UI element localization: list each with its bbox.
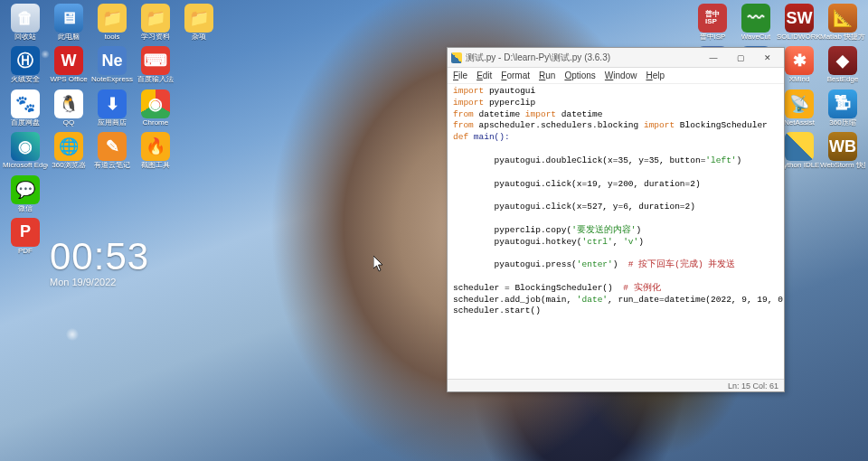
idle-editor-window[interactable]: 测试.py - D:\learn-Py\测试.py (3.6.3) — ▢ ✕ … (447, 47, 785, 392)
minimize-button[interactable]: — (701, 50, 726, 66)
webstorm-icon: WB (828, 132, 857, 161)
app-store-icon: ⬇ (98, 89, 127, 118)
menu-run[interactable]: Run (539, 71, 555, 80)
netassist-label: NetAssist (784, 119, 815, 127)
folder-misc-icon: 📁 (184, 4, 213, 33)
screenshot-label: 截图工具 (141, 162, 170, 169)
screenshot[interactable]: 🔥截图工具 (135, 132, 176, 169)
chrome[interactable]: ◉Chrome (135, 89, 176, 127)
input-method[interactable]: ⌨百度输入法 (135, 46, 176, 83)
xmind-label: XMind (789, 76, 810, 83)
this-pc-icon: 🖥 (54, 4, 83, 33)
menu-window[interactable]: Window (605, 71, 637, 80)
input-method-label: 百度输入法 (137, 76, 174, 83)
app-store[interactable]: ⬇应用商店 (91, 89, 133, 127)
qq[interactable]: 🐧QQ (48, 89, 90, 127)
wechat-icon: 💬 (11, 175, 40, 204)
huorong-icon: Ⓗ (11, 46, 40, 75)
huorong[interactable]: Ⓗ火绒安全 (5, 46, 46, 83)
wavecut-label: WaveCut (741, 33, 771, 41)
menu-file[interactable]: File (453, 71, 467, 80)
clock-date: Mon 19/9/2022 (50, 277, 149, 287)
folder-tools[interactable]: 📁tools (91, 4, 133, 41)
wechat-label: 微信 (18, 205, 33, 212)
folder-learn-icon: 📁 (141, 4, 170, 33)
maximize-button[interactable]: ▢ (728, 50, 753, 66)
recycle-bin-icon: 🗑 (11, 4, 40, 33)
folder-learn[interactable]: 📁学习资料 (135, 4, 176, 41)
netassist-icon: 📡 (785, 89, 814, 118)
solidworks[interactable]: SWSOLIDWORKS 2019 (778, 4, 820, 41)
menubar[interactable]: File Edit Format Run Options Window Help (448, 68, 784, 84)
screenshot-icon: 🔥 (141, 132, 170, 161)
menu-options[interactable]: Options (564, 71, 595, 80)
input-method-icon: ⌨ (141, 46, 170, 75)
isp-icon: 普中 ISP (698, 4, 727, 33)
360zip[interactable]: 🗜360压缩 (822, 89, 863, 127)
matlab[interactable]: 📐Matlab 快捷方式 (822, 4, 863, 41)
wps[interactable]: WWPS Office (48, 46, 90, 83)
folder-misc[interactable]: 📁杂项 (178, 4, 220, 41)
webstorm-label: WebStorm 快捷方式 (820, 162, 865, 169)
edge-icon: ◉ (11, 132, 40, 161)
window-title: 测试.py - D:\learn-Py\测试.py (3.6.3) (466, 52, 701, 64)
huorong-label: 火绒安全 (11, 76, 40, 83)
menu-format[interactable]: Format (501, 71, 530, 80)
recycle-bin[interactable]: 🗑回收站 (5, 4, 46, 41)
window-titlebar[interactable]: 测试.py - D:\learn-Py\测试.py (3.6.3) — ▢ ✕ (448, 48, 784, 68)
qq-icon: 🐧 (54, 89, 83, 118)
recycle-bin-label: 回收站 (14, 33, 36, 41)
folder-learn-label: 学习资料 (141, 33, 170, 41)
youdao[interactable]: ✎有道云笔记 (91, 132, 133, 169)
folder-tools-icon: 📁 (98, 4, 127, 33)
isp-label: 普中ISP (700, 33, 726, 41)
noteexpress-label: NoteExpress (91, 76, 133, 83)
360browser[interactable]: 🌐360浏览器 (48, 132, 90, 169)
wechat[interactable]: 💬微信 (5, 175, 46, 212)
qq-label: QQ (63, 119, 74, 127)
wps-label: WPS Office (50, 76, 87, 83)
webstorm[interactable]: WBWebStorm 快捷方式 (822, 132, 863, 169)
clock-widget: 00:53 Mon 19/9/2022 (50, 235, 149, 287)
baidu-label: 百度网盘 (11, 119, 40, 127)
bestedge[interactable]: ◆BestEdge (822, 46, 863, 83)
folder-misc-label: 杂项 (192, 33, 206, 41)
wps-pdf-icon: P (11, 218, 40, 247)
wavecut[interactable]: 〰WaveCut (735, 4, 777, 41)
chrome-label: Chrome (143, 119, 168, 127)
solidworks-icon: SW (785, 4, 814, 33)
matlab-icon: 📐 (828, 4, 857, 33)
this-pc[interactable]: 🖥此电脑 (48, 4, 90, 41)
bestedge-icon: ◆ (828, 46, 857, 75)
menu-edit[interactable]: Edit (476, 71, 492, 80)
clock-time: 00:53 (50, 235, 149, 278)
menu-help[interactable]: Help (646, 71, 665, 80)
360browser-label: 360浏览器 (52, 162, 85, 169)
360zip-label: 360压缩 (829, 119, 855, 127)
youdao-icon: ✎ (98, 132, 127, 161)
wps-icon: W (54, 46, 83, 75)
matlab-label: Matlab 快捷方式 (820, 33, 865, 41)
python-idle-icon (785, 132, 814, 161)
noteexpress[interactable]: NeNoteExpress (91, 46, 133, 83)
cursor-position: Ln: 15 Col: 61 (728, 381, 778, 390)
close-button[interactable]: ✕ (755, 50, 780, 66)
folder-tools-label: tools (105, 33, 120, 41)
noteexpress-icon: Ne (98, 46, 127, 75)
mouse-cursor-icon (373, 256, 384, 272)
360zip-icon: 🗜 (828, 89, 857, 118)
code-editor[interactable]: import pyautogui import pyperclip from d… (448, 84, 784, 379)
wavecut-icon: 〰 (741, 4, 770, 33)
isp[interactable]: 普中 ISP普中ISP (692, 4, 733, 41)
app-store-label: 应用商店 (98, 119, 127, 127)
python-idle-label: Python IDLE (779, 162, 820, 169)
xmind-icon: ✱ (785, 46, 814, 75)
wps-pdf[interactable]: PPDF (5, 218, 46, 255)
baidu[interactable]: 🐾百度网盘 (5, 89, 46, 127)
youdao-label: 有道云笔记 (94, 162, 130, 169)
wps-pdf-label: PDF (18, 248, 33, 255)
edge[interactable]: ◉Microsoft Edge (5, 132, 46, 169)
desktop[interactable]: 🗑回收站Ⓗ火绒安全🐾百度网盘◉Microsoft Edge💬微信PPDF🖥此电脑… (0, 0, 868, 461)
bestedge-label: BestEdge (827, 76, 859, 83)
edge-label: Microsoft Edge (3, 162, 48, 169)
